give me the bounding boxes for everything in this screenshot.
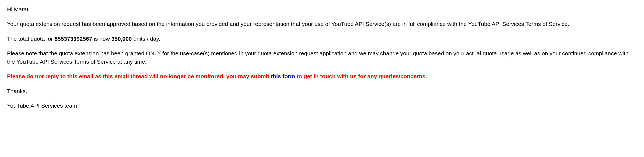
thanks-line: Thanks, <box>7 87 637 95</box>
approval-paragraph: Your quota extension request has been ap… <box>7 20 637 28</box>
greeting-line: Hi Marat, <box>7 5 637 13</box>
quota-mid-text: is now <box>92 36 111 42</box>
this-form-link[interactable]: this form <box>271 73 295 79</box>
signature-line: YouTube API Services team <box>7 102 637 110</box>
quota-post-text: units / day. <box>132 36 160 42</box>
quota-pre-text: The total quota for <box>7 36 54 42</box>
warning-post-text: to get in touch with us for any queries/… <box>295 73 427 79</box>
warning-pre-text: Please do not reply to this email as thi… <box>7 73 271 79</box>
quota-amount: 350,000 <box>111 36 132 42</box>
quota-project-id: 855373392567 <box>54 36 92 42</box>
conditions-paragraph: Please note that the quota extension has… <box>7 49 637 66</box>
quota-paragraph: The total quota for 855373392567 is now … <box>7 35 637 43</box>
warning-paragraph: Please do not reply to this email as thi… <box>7 72 637 80</box>
